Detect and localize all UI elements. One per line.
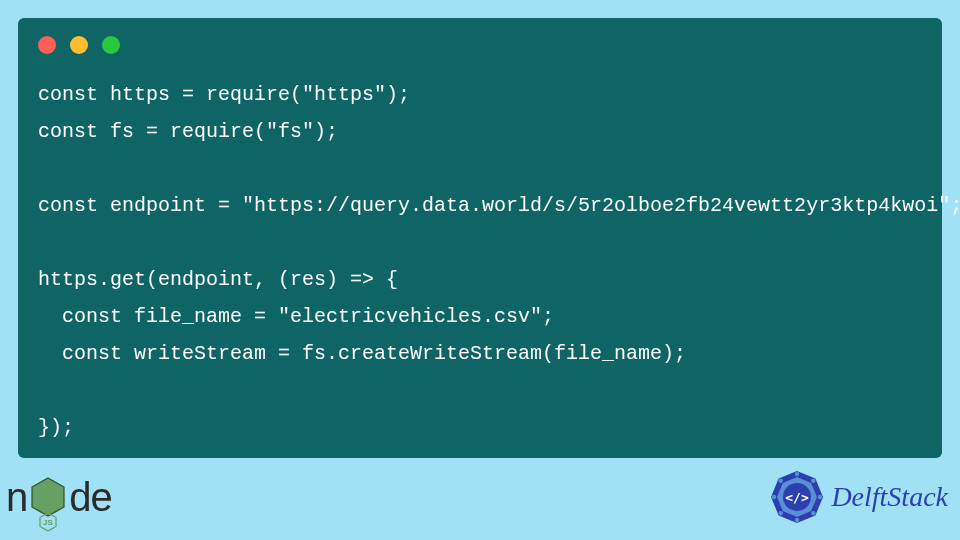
svg-point-11 [795, 518, 799, 522]
svg-point-10 [811, 511, 815, 515]
code-line: const writeStream = fs.createWriteStream… [38, 342, 686, 365]
svg-point-8 [811, 479, 815, 483]
footer: n JS de </> [0, 460, 960, 540]
code-line: const https = require("https"); [38, 83, 410, 106]
minimize-icon [70, 36, 88, 54]
svg-point-13 [772, 495, 776, 499]
svg-point-9 [818, 495, 822, 499]
window-traffic-lights [38, 36, 922, 54]
delftstack-text: DelftStack [831, 481, 948, 513]
code-block: const https = require("https"); const fs… [38, 76, 922, 446]
svg-text:JS: JS [43, 518, 53, 527]
svg-point-7 [795, 472, 799, 476]
code-line: const file_name = "electricvehicles.csv"… [38, 305, 554, 328]
nodejs-logo: n JS de [6, 475, 112, 520]
delftstack-logo: </> DelftStack [769, 469, 948, 525]
node-text-left: n [6, 475, 27, 520]
nodejs-js-badge-icon: JS [39, 512, 57, 536]
svg-marker-0 [32, 478, 64, 516]
close-icon [38, 36, 56, 54]
code-line: }); [38, 416, 74, 439]
code-line: https.get(endpoint, (res) => { [38, 268, 398, 291]
svg-point-14 [779, 479, 783, 483]
maximize-icon [102, 36, 120, 54]
svg-text:</>: </> [786, 490, 810, 505]
delftstack-badge-icon: </> [769, 469, 825, 525]
code-line: const endpoint = "https://query.data.wor… [38, 194, 960, 217]
code-line: const fs = require("fs"); [38, 120, 338, 143]
svg-point-12 [779, 511, 783, 515]
nodejs-hexagon-icon: JS [30, 476, 66, 518]
code-window: const https = require("https"); const fs… [18, 18, 942, 458]
node-text-right: de [69, 475, 112, 520]
